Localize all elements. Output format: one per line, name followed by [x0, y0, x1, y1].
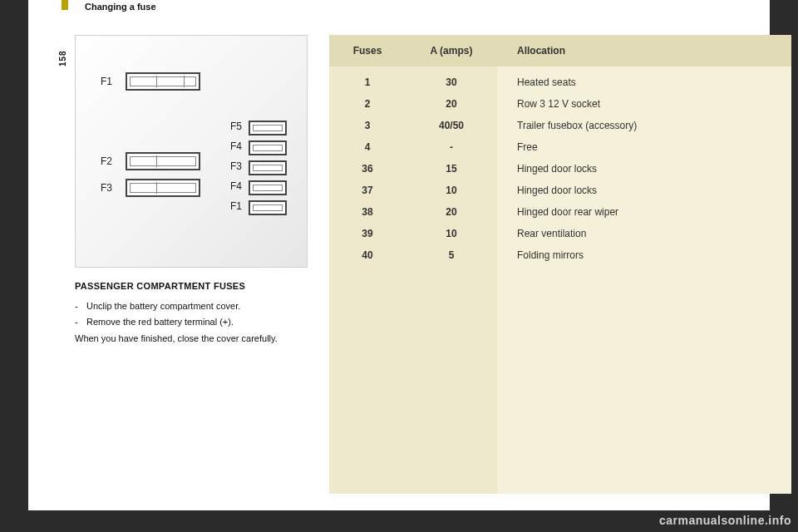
cell-fuse: 37 — [329, 180, 406, 201]
instructions-text: -Unclip the battery compartment cover. -… — [75, 299, 316, 346]
instruction-text: Unclip the battery compartment cover. — [86, 301, 240, 311]
cell-allocation: Hinged door locks — [517, 158, 791, 180]
cell-fuse: 36 — [329, 158, 406, 180]
cell-fuse: 3 — [329, 115, 406, 136]
cell-fuse: 40 — [329, 244, 406, 266]
section-marker — [62, 0, 68, 10]
fuse-box-f1 — [126, 72, 200, 91]
table-header-row: Fuses A (amps) Allocation — [329, 35, 791, 66]
instruction-text: Remove the red battery terminal (+). — [86, 317, 234, 327]
stage: Changing a fuse 158 F1 F2 F3 F5 F4 F3 — [0, 0, 798, 532]
cell-amps: 15 — [406, 158, 497, 180]
cell-fuse: 2 — [329, 93, 406, 115]
fuse-box-f2 — [126, 152, 200, 170]
cell-fuse: 1 — [329, 71, 406, 93]
watermark: carmanualsonline.info — [659, 514, 791, 527]
manual-page: Changing a fuse 158 F1 F2 F3 F5 F4 F3 — [28, 0, 770, 510]
cell-amps: - — [406, 136, 497, 158]
cell-allocation: Rear ventilation — [517, 223, 791, 244]
cell-amps: 30 — [406, 71, 497, 93]
cell-allocation: Row 3 12 V socket — [517, 93, 791, 115]
fuse-box-small — [249, 180, 287, 195]
fuse-table: Fuses A (amps) Allocation 1 2 3 4 36 37 … — [329, 35, 791, 494]
cell-fuse: 39 — [329, 223, 406, 244]
instruction-item: -Remove the red battery terminal (+). — [75, 315, 316, 329]
section-title: PASSENGER COMPARTMENT FUSES — [75, 281, 316, 291]
fuse-number-column: 1 2 3 4 36 37 38 39 40 — [329, 66, 406, 494]
page-number: 158 — [58, 50, 67, 66]
col-header-amps: A (amps) — [406, 45, 497, 57]
fuse-label: F1 — [230, 200, 242, 212]
cell-allocation: Heated seats — [517, 71, 791, 93]
table-body-left: 1 2 3 4 36 37 38 39 40 30 20 40/5 — [329, 66, 497, 494]
fuse-label: F3 — [230, 160, 242, 172]
cell-allocation: Hinged door rear wiper — [517, 201, 791, 223]
allocation-column: Heated seats Row 3 12 V socket Trailer f… — [497, 66, 791, 494]
fuse-label: F3 — [101, 182, 112, 194]
fuse-box-small — [249, 200, 287, 215]
cell-allocation: Folding mirrors — [517, 244, 791, 266]
cell-fuse: 38 — [329, 201, 406, 223]
instruction-item: -Unclip the battery compartment cover. — [75, 299, 316, 313]
cell-allocation: Free — [517, 136, 791, 158]
cell-fuse: 4 — [329, 136, 406, 158]
fuse-box-small — [249, 121, 287, 135]
fuse-label: F4 — [230, 140, 242, 152]
cell-allocation: Hinged door locks — [517, 180, 791, 201]
cell-amps: 20 — [406, 93, 497, 115]
cell-amps: 10 — [406, 180, 497, 201]
fuse-box-small — [249, 160, 287, 175]
fuse-diagram: F1 F2 F3 F5 F4 F3 F4 F1 — [75, 35, 308, 268]
cell-amps: 20 — [406, 201, 497, 223]
page-header: Changing a fuse — [85, 2, 156, 12]
amps-column: 30 20 40/50 - 15 10 20 10 5 — [406, 66, 497, 494]
cell-amps: 10 — [406, 223, 497, 244]
table-body: 1 2 3 4 36 37 38 39 40 30 20 40/5 — [329, 66, 791, 494]
fuse-label: F4 — [230, 180, 242, 192]
fuse-box-f3 — [126, 179, 200, 197]
fuse-box-small — [249, 140, 287, 155]
fuse-label: F1 — [101, 76, 112, 87]
fuse-label: F2 — [101, 155, 112, 167]
cell-amps: 40/50 — [406, 115, 497, 136]
cell-amps: 5 — [406, 244, 497, 266]
instruction-closing: When you have finished, close the cover … — [75, 332, 316, 346]
cell-allocation: Trailer fusebox (accessory) — [517, 115, 791, 136]
fuse-label: F5 — [230, 121, 242, 132]
col-header-fuses: Fuses — [329, 45, 406, 57]
col-header-allocation: Allocation — [497, 45, 791, 57]
